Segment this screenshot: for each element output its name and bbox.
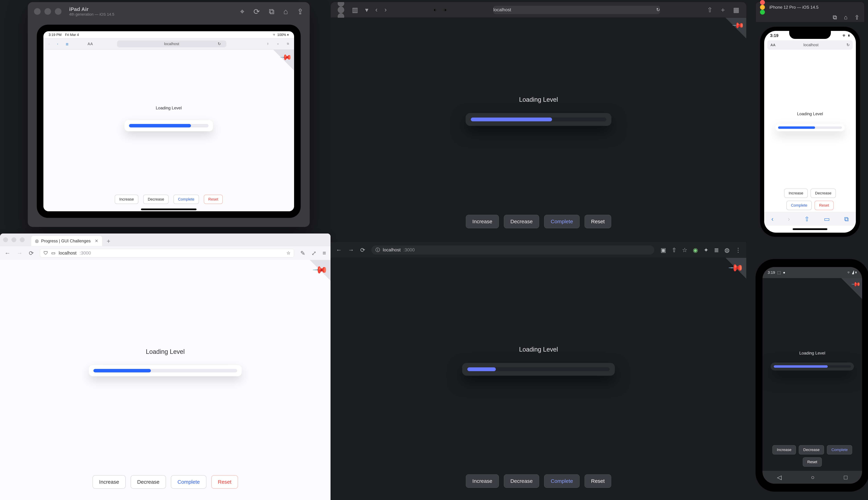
window-traffic-lights[interactable] <box>338 2 344 20</box>
complete-button[interactable]: Complete <box>173 195 199 204</box>
reset-button[interactable]: Reset <box>204 195 223 204</box>
decrease-button[interactable]: Decrease <box>130 475 166 489</box>
cast-icon[interactable]: ▣ <box>661 247 666 253</box>
menu-icon[interactable]: ⋮ <box>735 247 741 253</box>
complete-button[interactable]: Complete <box>544 474 580 488</box>
brush-icon[interactable]: ✎ <box>300 250 305 257</box>
increase-button[interactable]: Increase <box>784 189 808 198</box>
status-date: Fri Mar 4 <box>65 33 79 37</box>
extension1-icon[interactable]: ◉ <box>693 247 698 253</box>
simulator-device-subtitle: 4th generation — iOS 14.5 <box>69 12 114 17</box>
browser-address-bar[interactable]: 🛡 ▭ localhost:3000 ☆ <box>40 249 294 258</box>
forward-icon[interactable]: → <box>348 247 354 253</box>
bookmark-star-icon[interactable]: ☆ <box>286 250 290 256</box>
share-icon[interactable]: ⇧ <box>804 215 810 223</box>
chevron-down-icon[interactable]: ▾ <box>365 6 368 14</box>
back-nav-icon[interactable]: ◁ <box>777 474 781 481</box>
reload-icon[interactable]: ↻ <box>601 7 660 12</box>
reset-button[interactable]: Reset <box>803 457 822 467</box>
rotate-icon[interactable]: ⟳ <box>253 7 260 16</box>
reader-aa-icon[interactable]: AA <box>770 43 776 47</box>
reload-icon[interactable]: ⟳ <box>29 250 34 257</box>
share-icon[interactable]: ⇧ <box>267 42 269 46</box>
increase-button[interactable]: Increase <box>92 475 126 489</box>
extensions-icon[interactable]: ✦ <box>704 247 708 253</box>
profile-icon[interactable]: ◍ <box>724 247 730 253</box>
overview-nav-icon[interactable]: □ <box>844 474 847 481</box>
reader-aa-icon[interactable]: AA <box>88 42 93 46</box>
newtab-button[interactable]: ＋ <box>103 236 114 246</box>
home-icon[interactable]: ⌂ <box>283 7 288 16</box>
browser-tab[interactable]: ◎ Progress | GUI Challenges ✕ <box>31 236 102 246</box>
reload-icon[interactable]: ↻ <box>218 42 221 46</box>
reload-icon[interactable]: ↻ <box>846 43 849 47</box>
forward-icon[interactable]: → <box>17 250 23 257</box>
shield-icon[interactable]: 🛡 <box>44 250 48 256</box>
reading-list-icon[interactable]: ≣ <box>714 247 719 253</box>
bookmark-star-icon[interactable]: ☆ <box>682 247 687 253</box>
browser-dark-window: ← → ⟳ ⓘ localhost:3000 ▣ ⇧ ☆ ◉ ✦ ≣ ◍ ⋮ 📌… <box>331 242 746 500</box>
tabs-icon[interactable]: ⧉ <box>844 215 849 223</box>
ipad-page-viewport: 📌 Loading Level Increase Decrease Comple… <box>43 50 294 211</box>
back-icon[interactable]: ← <box>4 250 10 257</box>
tool-icon[interactable]: ⤢ <box>311 250 316 257</box>
forward-icon[interactable]: › <box>57 42 58 45</box>
decrease-button[interactable]: Decrease <box>504 474 539 488</box>
browser-address-bar[interactable]: ⓘ localhost:3000 <box>371 246 654 254</box>
bookmarks-icon[interactable]: ▭ <box>824 215 830 223</box>
reset-button[interactable]: Reset <box>584 474 611 488</box>
decrease-button[interactable]: Decrease <box>799 445 824 455</box>
decrease-button[interactable]: Decrease <box>811 189 836 198</box>
complete-button[interactable]: Complete <box>544 215 580 228</box>
window-traffic-lights[interactable] <box>760 0 765 14</box>
menu-icon[interactable]: ≡ <box>322 250 326 257</box>
share-icon[interactable]: ⇧ <box>707 6 712 14</box>
pointer-icon[interactable]: ⌖ <box>240 7 244 16</box>
back-icon[interactable]: ‹ <box>49 42 49 45</box>
back-icon[interactable]: ‹ <box>771 215 773 223</box>
tabs-icon[interactable]: ▦ <box>733 6 739 14</box>
home-icon[interactable]: ⌂ <box>844 14 847 21</box>
appearance-icon[interactable]: ◑ <box>444 8 446 11</box>
simulator-titlebar: iPad Air 4th generation — iOS 14.5 ⌖ ⟳ ⧉… <box>28 2 310 21</box>
window-traffic-lights[interactable] <box>3 237 25 242</box>
decrease-button[interactable]: Decrease <box>504 215 539 228</box>
iphone-address-bar[interactable]: AA localhost ↻ <box>767 40 853 50</box>
screenshot-icon[interactable]: ⧉ <box>833 14 837 21</box>
reset-button[interactable]: Reset <box>584 215 611 228</box>
progress-container <box>770 363 854 371</box>
increase-button[interactable]: Increase <box>115 195 138 204</box>
complete-button[interactable]: Complete <box>827 445 852 455</box>
sidebar-icon[interactable]: ▥ <box>66 42 68 46</box>
window-traffic-lights[interactable] <box>34 8 61 15</box>
increase-button[interactable]: Increase <box>772 445 796 455</box>
share-icon[interactable]: ⇪ <box>297 7 304 16</box>
increase-button[interactable]: Increase <box>466 474 499 488</box>
forward-icon[interactable]: › <box>788 215 790 223</box>
home-nav-icon[interactable]: ○ <box>811 474 814 481</box>
safari-address-bar[interactable]: localhost ↻ <box>493 6 660 14</box>
reload-icon[interactable]: ⟳ <box>360 247 365 253</box>
lock-icon[interactable]: ▭ <box>51 250 56 256</box>
screenshot-icon[interactable]: ⧉ <box>269 7 274 16</box>
ipad-address-bar[interactable]: localhost ↻ <box>117 41 226 47</box>
close-tab-icon[interactable]: ✕ <box>95 239 98 243</box>
decrease-button[interactable]: Decrease <box>143 195 169 204</box>
newtab-icon[interactable]: ＋ <box>720 5 726 14</box>
progress-fill <box>778 126 815 129</box>
complete-button[interactable]: Complete <box>171 475 206 489</box>
forward-icon[interactable]: › <box>385 6 387 13</box>
increase-button[interactable]: Increase <box>466 215 499 228</box>
tabs-icon[interactable]: ⧉ <box>287 42 289 46</box>
info-icon[interactable]: ⓘ <box>376 247 380 253</box>
share-icon[interactable]: ⇪ <box>855 14 859 21</box>
sidebar-icon[interactable]: ▥ <box>352 6 358 14</box>
shield-icon[interactable]: ◐ <box>434 8 436 11</box>
share-icon[interactable]: ⇧ <box>672 247 676 253</box>
reset-button[interactable]: Reset <box>211 475 238 489</box>
complete-button[interactable]: Complete <box>786 201 812 210</box>
back-icon[interactable]: ← <box>336 247 342 253</box>
newtab-icon[interactable]: ＋ <box>276 42 279 46</box>
reset-button[interactable]: Reset <box>814 201 833 210</box>
back-icon[interactable]: ‹ <box>375 6 378 13</box>
